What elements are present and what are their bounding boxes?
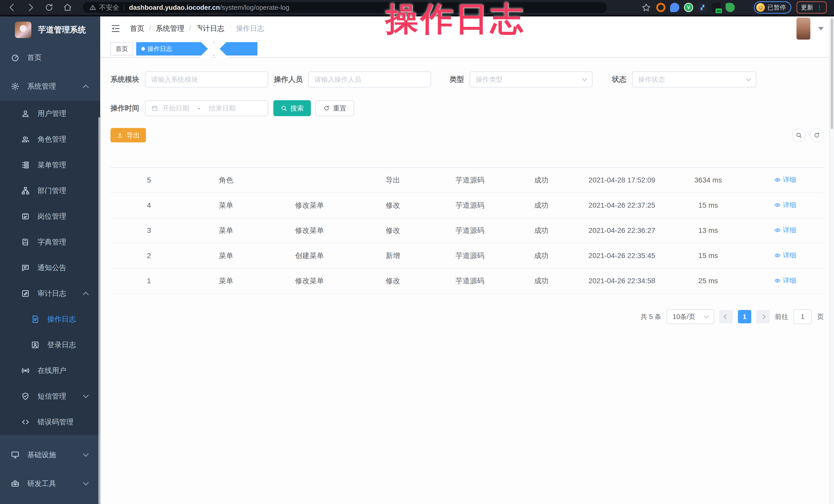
hamburger-icon[interactable] [110,23,121,34]
next-page-button[interactable] [756,310,770,323]
export-button[interactable]: 导出 [110,128,146,143]
detail-link[interactable]: 详细 [774,226,796,235]
gear-icon [11,82,20,91]
browser-reload-button[interactable] [44,3,54,12]
cell-type: 新增 [354,243,432,268]
cell-module: 菜单 [188,268,265,293]
type-select[interactable]: 操作类型 [470,71,592,87]
scrollbar-thumb[interactable] [831,19,833,129]
browser-forward-button[interactable] [26,3,36,12]
status-select[interactable]: 操作状态 [632,71,756,87]
detail-link[interactable]: 详细 [774,276,796,285]
chevron-icon [83,392,89,398]
browser-home-button[interactable] [63,3,72,12]
detail-link[interactable]: 详细 [774,175,796,184]
page-scrollbar[interactable] [829,17,834,504]
module-label: 系统模块 [110,74,139,84]
github-icon[interactable] [718,24,728,34]
search-button[interactable]: 搜索 [273,100,311,116]
reload-icon [44,3,54,12]
detail-link[interactable]: 详细 [774,200,796,210]
column-header [432,151,508,168]
chevron-icon [83,85,89,90]
cell-type: 导出 [354,168,432,193]
range-separator: - [198,104,200,112]
toolbox-icon [11,479,20,488]
operator-input-wrap [308,71,431,87]
url-path: /system/log/operate-log [220,4,289,12]
url-host: dashboard.yudao.iocoder.cn [129,4,220,12]
cell-result: 成功 [508,218,574,243]
prev-page-button[interactable] [719,310,733,323]
profile-paused-chip[interactable]: ☺ 已暂停 [754,1,791,14]
sidebar-menu: 首页 系统管理 用户管理 角色管理 菜单管理 [0,43,100,498]
cell-duration: 15 ms [670,243,747,268]
ext-blue-pin-icon[interactable] [670,3,679,12]
column-header [670,151,747,168]
users-icon [21,135,30,144]
goto-page-input[interactable]: 1 [793,309,812,324]
start-date-placeholder: 开始日期 [162,104,189,113]
back-icon [7,3,17,12]
sidebar-scrollbar[interactable] [98,117,100,504]
refresh-table-button[interactable] [810,128,824,142]
omnibox-divider [124,4,124,11]
status-label: 状态 [612,74,627,84]
search-icon [795,132,802,138]
tags-view: 首页 操作日志 [100,41,834,58]
ext-blue-blocks-icon[interactable]: ▞ [698,3,707,12]
cell-type: 修改 [354,193,432,218]
cell-log-id: 3 [110,218,188,243]
app-logo-row[interactable]: 芋道管理系统 [0,17,100,43]
cell-name [265,168,355,193]
browser-update-button[interactable]: 更新 ⋮ [796,1,827,14]
user-avatar[interactable] [796,18,810,40]
browser-back-button[interactable] [7,3,17,12]
column-header [747,151,824,168]
date-range-picker[interactable]: 开始日期 - 结束日期 [145,100,268,116]
cell-log-id: 1 [110,268,188,293]
download-icon [117,132,123,138]
cell-operator: 芋道源码 [432,193,508,218]
cell-duration: 15 ms [670,193,747,218]
monitor-icon [11,451,20,459]
online-user-icon [21,366,30,375]
cell-name: 修改菜单 [265,218,355,243]
chevron-right-icon [761,314,766,319]
module-input[interactable] [151,75,262,84]
column-header [574,151,670,168]
fullscreen-icon[interactable] [758,24,767,34]
bookmark-star-icon[interactable] [641,3,651,12]
cell-date: 2021-04-26 22:35:45 [574,243,670,268]
user-icon [21,109,30,118]
table-header-row [110,151,824,168]
eye-icon [774,277,781,284]
operator-input[interactable] [314,75,425,84]
caret-down-icon[interactable] [818,27,824,30]
toggle-search-button[interactable] [792,128,806,142]
address-bar[interactable]: 不安全 dashboard.yudao.iocoder.cn /system/l… [83,2,607,13]
cell-module: 菜单 [188,218,265,243]
search-icon [281,105,287,112]
chevron-icon [83,292,89,298]
megaphone-icon [21,263,30,272]
ext-dark-on-icon[interactable]: on [712,3,721,12]
tag[interactable]: 首页 [110,42,133,56]
page-size-select[interactable]: 10条/页 [666,309,714,324]
ext-puzzle-icon[interactable] [740,3,749,12]
tag[interactable]: 操作日志 [136,42,258,56]
detail-link[interactable]: 详细 [774,251,796,260]
help-icon[interactable] [738,24,748,34]
ext-green-leaf-icon[interactable] [726,3,735,12]
dashboard-icon [11,53,20,62]
table-row: 4 菜单 修改菜单 修改 芋道源码 成功 2021-04-26 22:37:25… [110,193,824,218]
page-number-active[interactable]: 1 [738,310,751,323]
fontsize-icon[interactable] [777,24,787,34]
reset-button[interactable]: 重置 [315,100,354,116]
ext-green-v-icon[interactable]: V [684,3,693,12]
kebab-menu-icon[interactable]: ⋮ [816,6,822,9]
cell-operator: 芋道源码 [432,218,508,243]
ext-orange-ring-icon[interactable] [656,3,665,12]
search-icon[interactable] [699,24,709,34]
column-header [354,151,432,168]
